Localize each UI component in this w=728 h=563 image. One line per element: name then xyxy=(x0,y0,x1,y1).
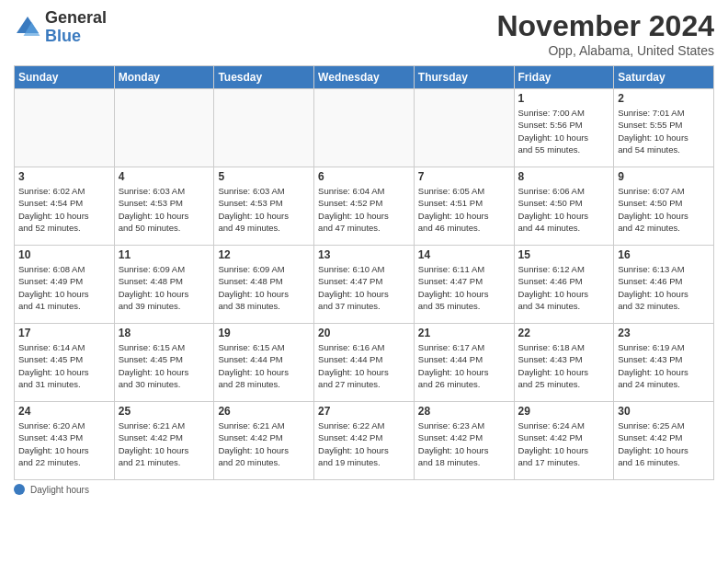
day-number: 29 xyxy=(518,405,610,418)
calendar-table: SundayMondayTuesdayWednesdayThursdayFrid… xyxy=(14,65,714,480)
calendar-week-2: 10Sunrise: 6:08 AM Sunset: 4:49 PM Dayli… xyxy=(15,246,714,324)
weekday-header-saturday: Saturday xyxy=(614,66,714,89)
calendar-week-1: 3Sunrise: 6:02 AM Sunset: 4:54 PM Daylig… xyxy=(15,167,714,246)
calendar-cell-4-0: 24Sunrise: 6:20 AM Sunset: 4:43 PM Dayli… xyxy=(15,402,115,480)
calendar-cell-0-5: 1Sunrise: 7:00 AM Sunset: 5:56 PM Daylig… xyxy=(514,89,614,167)
day-number: 24 xyxy=(18,405,110,418)
weekday-header-friday: Friday xyxy=(514,66,614,89)
calendar-cell-0-6: 2Sunrise: 7:01 AM Sunset: 5:55 PM Daylig… xyxy=(614,89,714,167)
calendar-cell-2-5: 15Sunrise: 6:12 AM Sunset: 4:46 PM Dayli… xyxy=(514,246,614,324)
day-info: Sunrise: 6:12 AM Sunset: 4:46 PM Dayligh… xyxy=(518,263,610,312)
day-number: 13 xyxy=(318,248,410,261)
day-info: Sunrise: 6:04 AM Sunset: 4:52 PM Dayligh… xyxy=(318,185,410,234)
day-info: Sunrise: 6:20 AM Sunset: 4:43 PM Dayligh… xyxy=(18,419,110,468)
calendar-cell-0-3 xyxy=(314,89,415,167)
calendar-cell-2-2: 12Sunrise: 6:09 AM Sunset: 4:48 PM Dayli… xyxy=(214,246,314,324)
day-info: Sunrise: 6:05 AM Sunset: 4:51 PM Dayligh… xyxy=(418,185,510,234)
day-number: 1 xyxy=(518,92,610,105)
day-info: Sunrise: 6:10 AM Sunset: 4:47 PM Dayligh… xyxy=(318,263,410,312)
day-number: 5 xyxy=(218,170,310,183)
day-number: 28 xyxy=(418,405,510,418)
day-number: 19 xyxy=(218,327,310,339)
logo: General Blue xyxy=(14,9,107,46)
calendar-cell-0-2 xyxy=(214,89,314,167)
day-info: Sunrise: 6:03 AM Sunset: 4:53 PM Dayligh… xyxy=(119,185,210,234)
calendar-cell-2-0: 10Sunrise: 6:08 AM Sunset: 4:49 PM Dayli… xyxy=(15,246,115,324)
day-number: 7 xyxy=(418,170,510,183)
calendar-cell-4-6: 30Sunrise: 6:25 AM Sunset: 4:42 PM Dayli… xyxy=(614,402,714,480)
day-info: Sunrise: 6:25 AM Sunset: 4:42 PM Dayligh… xyxy=(618,419,710,468)
day-info: Sunrise: 6:15 AM Sunset: 4:45 PM Dayligh… xyxy=(119,341,210,390)
day-number: 26 xyxy=(218,405,310,418)
calendar-cell-3-0: 17Sunrise: 6:14 AM Sunset: 4:45 PM Dayli… xyxy=(15,324,115,402)
day-info: Sunrise: 6:09 AM Sunset: 4:48 PM Dayligh… xyxy=(218,263,310,312)
calendar-header-row: SundayMondayTuesdayWednesdayThursdayFrid… xyxy=(15,66,714,89)
calendar-body: 1Sunrise: 7:00 AM Sunset: 5:56 PM Daylig… xyxy=(15,89,714,480)
day-number: 17 xyxy=(18,327,110,339)
month-title: November 2024 xyxy=(496,9,714,43)
page-container: General Blue November 2024 Opp, Alabama,… xyxy=(0,0,728,563)
day-info: Sunrise: 6:06 AM Sunset: 4:50 PM Dayligh… xyxy=(518,185,610,234)
calendar-cell-3-6: 23Sunrise: 6:19 AM Sunset: 4:43 PM Dayli… xyxy=(614,324,714,402)
calendar-cell-1-1: 4Sunrise: 6:03 AM Sunset: 4:53 PM Daylig… xyxy=(114,167,214,246)
calendar-cell-2-4: 14Sunrise: 6:11 AM Sunset: 4:47 PM Dayli… xyxy=(414,246,514,324)
calendar-cell-4-4: 28Sunrise: 6:23 AM Sunset: 4:42 PM Dayli… xyxy=(414,402,514,480)
day-info: Sunrise: 6:07 AM Sunset: 4:50 PM Dayligh… xyxy=(618,185,710,234)
day-number: 18 xyxy=(119,327,210,339)
day-number: 10 xyxy=(18,248,110,261)
day-info: Sunrise: 6:23 AM Sunset: 4:42 PM Dayligh… xyxy=(418,419,510,468)
day-number: 2 xyxy=(618,92,710,105)
calendar-cell-2-6: 16Sunrise: 6:13 AM Sunset: 4:46 PM Dayli… xyxy=(614,246,714,324)
day-info: Sunrise: 7:01 AM Sunset: 5:55 PM Dayligh… xyxy=(618,107,710,155)
calendar-cell-1-2: 5Sunrise: 6:03 AM Sunset: 4:53 PM Daylig… xyxy=(214,167,314,246)
day-number: 22 xyxy=(518,327,610,339)
day-info: Sunrise: 6:11 AM Sunset: 4:47 PM Dayligh… xyxy=(418,263,510,312)
day-info: Sunrise: 6:13 AM Sunset: 4:46 PM Dayligh… xyxy=(618,263,710,312)
day-number: 23 xyxy=(618,327,710,339)
day-number: 20 xyxy=(318,327,410,339)
footer-note: Daylight hours xyxy=(14,484,714,495)
day-info: Sunrise: 6:24 AM Sunset: 4:42 PM Dayligh… xyxy=(518,419,610,468)
day-number: 12 xyxy=(218,248,310,261)
calendar-cell-0-0 xyxy=(15,89,115,167)
calendar-cell-4-3: 27Sunrise: 6:22 AM Sunset: 4:42 PM Dayli… xyxy=(314,402,415,480)
day-number: 3 xyxy=(18,170,110,183)
weekday-header-monday: Monday xyxy=(114,66,214,89)
day-number: 27 xyxy=(318,405,410,418)
day-info: Sunrise: 6:08 AM Sunset: 4:49 PM Dayligh… xyxy=(18,263,110,312)
calendar-cell-3-1: 18Sunrise: 6:15 AM Sunset: 4:45 PM Dayli… xyxy=(114,324,214,402)
calendar-cell-2-1: 11Sunrise: 6:09 AM Sunset: 4:48 PM Dayli… xyxy=(114,246,214,324)
calendar-cell-3-3: 20Sunrise: 6:16 AM Sunset: 4:44 PM Dayli… xyxy=(314,324,415,402)
day-number: 4 xyxy=(119,170,210,183)
calendar-week-0: 1Sunrise: 7:00 AM Sunset: 5:56 PM Daylig… xyxy=(15,89,714,167)
header: General Blue November 2024 Opp, Alabama,… xyxy=(14,9,714,58)
day-number: 30 xyxy=(618,405,710,418)
calendar-cell-1-0: 3Sunrise: 6:02 AM Sunset: 4:54 PM Daylig… xyxy=(15,167,115,246)
calendar-cell-2-3: 13Sunrise: 6:10 AM Sunset: 4:47 PM Dayli… xyxy=(314,246,415,324)
calendar-cell-0-1 xyxy=(114,89,214,167)
footer-label: Daylight hours xyxy=(30,485,89,495)
weekday-header-tuesday: Tuesday xyxy=(214,66,314,89)
day-info: Sunrise: 6:16 AM Sunset: 4:44 PM Dayligh… xyxy=(318,341,410,390)
day-info: Sunrise: 6:21 AM Sunset: 4:42 PM Dayligh… xyxy=(218,419,310,468)
location: Opp, Alabama, United States xyxy=(496,43,714,58)
day-info: Sunrise: 6:02 AM Sunset: 4:54 PM Dayligh… xyxy=(18,185,110,234)
calendar-cell-1-6: 9Sunrise: 6:07 AM Sunset: 4:50 PM Daylig… xyxy=(614,167,714,246)
day-number: 16 xyxy=(618,248,710,261)
logo-icon xyxy=(14,14,41,41)
day-number: 11 xyxy=(119,248,210,261)
day-number: 8 xyxy=(518,170,610,183)
calendar-cell-4-1: 25Sunrise: 6:21 AM Sunset: 4:42 PM Dayli… xyxy=(114,402,214,480)
day-info: Sunrise: 7:00 AM Sunset: 5:56 PM Dayligh… xyxy=(518,107,610,155)
weekday-header-thursday: Thursday xyxy=(414,66,514,89)
day-number: 25 xyxy=(119,405,210,418)
calendar-week-3: 17Sunrise: 6:14 AM Sunset: 4:45 PM Dayli… xyxy=(15,324,714,402)
calendar-cell-4-5: 29Sunrise: 6:24 AM Sunset: 4:42 PM Dayli… xyxy=(514,402,614,480)
logo-text: General Blue xyxy=(45,9,107,46)
day-number: 21 xyxy=(418,327,510,339)
title-block: November 2024 Opp, Alabama, United State… xyxy=(496,9,714,58)
weekday-header-sunday: Sunday xyxy=(15,66,115,89)
calendar-cell-0-4 xyxy=(414,89,514,167)
day-number: 15 xyxy=(518,248,610,261)
calendar-cell-3-5: 22Sunrise: 6:18 AM Sunset: 4:43 PM Dayli… xyxy=(514,324,614,402)
